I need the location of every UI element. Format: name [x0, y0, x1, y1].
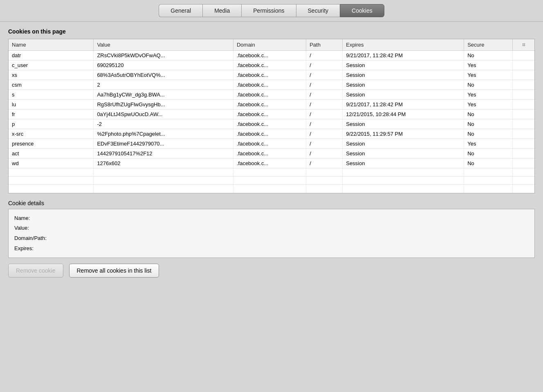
empty-row — [9, 168, 534, 177]
cell-domain: .facebook.c... — [233, 80, 306, 90]
tab-security[interactable]: Security — [296, 4, 340, 17]
cell-expires: 12/21/2015, 10:28:44 PM — [343, 110, 464, 119]
cell-name: s — [9, 90, 94, 100]
button-row: Remove cookie Remove all cookies in this… — [8, 264, 535, 278]
cookies-table: Name Value Domain Path Expires Secure ⌗ … — [9, 39, 534, 193]
cell-secure: No — [464, 110, 513, 119]
cell-domain: .facebook.c... — [233, 60, 306, 70]
main-content: Cookies on this page Name Value Domain P… — [0, 22, 543, 284]
col-header-name: Name — [9, 39, 94, 51]
table-row[interactable]: sAa7hBg1yCWr_dg3g.BWA....facebook.c.../S… — [9, 90, 534, 100]
cell-path: / — [306, 149, 343, 159]
cell-expires: 9/22/2015, 11:29:57 PM — [343, 129, 464, 139]
cell-path: / — [306, 90, 343, 100]
cell-path: / — [306, 70, 343, 80]
col-header-domain: Domain — [233, 39, 306, 51]
cell-action — [513, 119, 535, 129]
detail-expires-label: Expires: — [14, 245, 34, 251]
cell-name: fr — [9, 110, 94, 119]
page-section-title: Cookies on this page — [8, 28, 535, 35]
cell-domain: .facebook.c... — [233, 100, 306, 110]
cell-name: datr — [9, 51, 94, 60]
cell-secure: No — [464, 129, 513, 139]
cell-domain: .facebook.c... — [233, 51, 306, 60]
cell-path: / — [306, 60, 343, 70]
table-row[interactable]: c_user690295120.facebook.c.../SessionYes — [9, 60, 534, 70]
cell-secure: No — [464, 80, 513, 90]
cell-secure: Yes — [464, 100, 513, 110]
cell-value: 68%3As5utrOBYhEotVQ%... — [94, 70, 233, 80]
cell-expires: 9/21/2017, 11:28:42 PM — [343, 100, 464, 110]
cell-path: / — [306, 159, 343, 168]
cell-path: / — [306, 80, 343, 90]
cell-secure: No — [464, 149, 513, 159]
remove-all-cookies-button[interactable]: Remove all cookies in this list — [69, 264, 159, 278]
cell-action — [513, 149, 535, 159]
cell-expires: Session — [343, 80, 464, 90]
cell-value: 690295120 — [94, 60, 233, 70]
detail-name-row: Name: — [14, 213, 529, 224]
table-row[interactable]: luRgS8rUfhZUgFlwGvysgHb....facebook.c...… — [9, 100, 534, 110]
cell-domain: .facebook.c... — [233, 119, 306, 129]
cell-action — [513, 129, 535, 139]
table-row[interactable]: datrZRsCVki8P5kWDvOFwAQ....facebook.c...… — [9, 51, 534, 60]
detail-domainpath-label: Domain/Path: — [14, 235, 47, 241]
col-header-action: ⌗ — [513, 39, 535, 51]
cell-name: xs — [9, 70, 94, 80]
cell-expires: Session — [343, 139, 464, 149]
cell-value: ZRsCVki8P5kWDvOFwAQ... — [94, 51, 233, 60]
table-row[interactable]: wd1276x602.facebook.c.../SessionNo — [9, 159, 534, 168]
table-row[interactable]: fr0aYj4LtJ4SpwUOucD.AW....facebook.c.../… — [9, 110, 534, 119]
cell-value: RgS8rUfhZUgFlwGvysgHb... — [94, 100, 233, 110]
cell-secure: No — [464, 119, 513, 129]
table-row[interactable]: csm2.facebook.c.../SessionNo — [9, 80, 534, 90]
cell-name: wd — [9, 159, 94, 168]
tab-general[interactable]: General — [159, 4, 202, 17]
detail-expires-row: Expires: — [14, 244, 529, 254]
cell-name: p — [9, 119, 94, 129]
table-row[interactable]: act1442979105417%2F12.facebook.c.../Sess… — [9, 149, 534, 159]
cell-value: 1276x602 — [94, 159, 233, 168]
cell-path: / — [306, 119, 343, 129]
tab-bar: General Media Permissions Security Cooki… — [0, 0, 543, 17]
table-row[interactable]: xs68%3As5utrOBYhEotVQ%....facebook.c.../… — [9, 70, 534, 80]
col-header-path: Path — [306, 39, 343, 51]
cell-action — [513, 70, 535, 80]
cell-action — [513, 100, 535, 110]
table-row[interactable]: x-src%2Fphoto.php%7Cpagelet....facebook.… — [9, 129, 534, 139]
cell-action — [513, 159, 535, 168]
cell-path: / — [306, 129, 343, 139]
cell-expires: Session — [343, 159, 464, 168]
cell-domain: .facebook.c... — [233, 159, 306, 168]
cell-expires: Session — [343, 149, 464, 159]
tab-cookies[interactable]: Cookies — [340, 4, 384, 17]
cell-expires: Session — [343, 119, 464, 129]
cell-name: c_user — [9, 60, 94, 70]
cell-secure: No — [464, 159, 513, 168]
cell-secure: Yes — [464, 139, 513, 149]
cell-action — [513, 51, 535, 60]
table-row[interactable]: p-2.facebook.c.../SessionNo — [9, 119, 534, 129]
cell-name: x-src — [9, 129, 94, 139]
cell-action — [513, 60, 535, 70]
tab-media[interactable]: Media — [202, 4, 241, 17]
col-header-expires: Expires — [343, 39, 464, 51]
cell-domain: .facebook.c... — [233, 139, 306, 149]
table-row[interactable]: presenceEDvF3EtimeF1442979070....faceboo… — [9, 139, 534, 149]
empty-row — [9, 185, 534, 193]
cell-expires: Session — [343, 70, 464, 80]
cell-value: 1442979105417%2F12 — [94, 149, 233, 159]
cell-expires: Session — [343, 90, 464, 100]
cell-value: 0aYj4LtJ4SpwUOucD.AW... — [94, 110, 233, 119]
cell-path: / — [306, 139, 343, 149]
cell-action — [513, 139, 535, 149]
cell-domain: .facebook.c... — [233, 70, 306, 80]
cell-secure: Yes — [464, 90, 513, 100]
cell-value: Aa7hBg1yCWr_dg3g.BWA... — [94, 90, 233, 100]
cell-domain: .facebook.c... — [233, 90, 306, 100]
remove-cookie-button[interactable]: Remove cookie — [8, 264, 63, 278]
cell-path: / — [306, 100, 343, 110]
cell-secure: Yes — [464, 60, 513, 70]
tab-permissions[interactable]: Permissions — [241, 4, 296, 17]
cell-value: -2 — [94, 119, 233, 129]
